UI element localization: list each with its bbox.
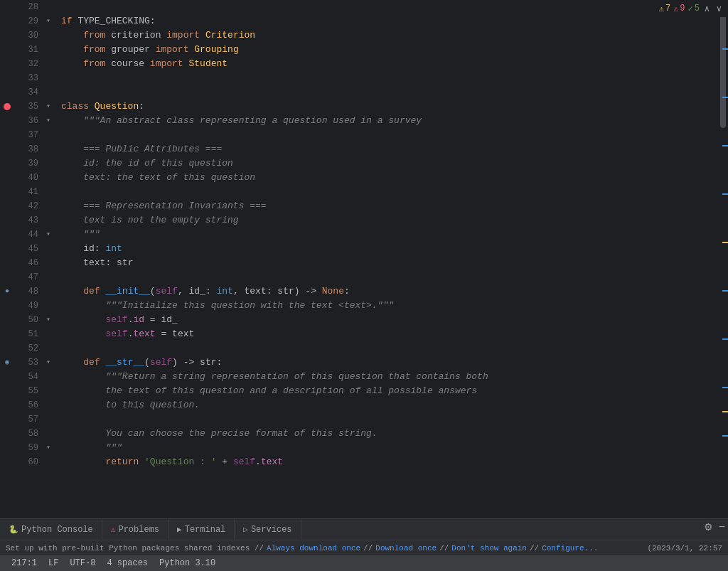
code-line-52[interactable] [61, 341, 718, 356]
code-line-37[interactable] [61, 128, 718, 142]
fold-arrow-33 [44, 71, 53, 85]
left-marker-54 [0, 370, 14, 384]
code-line-47[interactable] [61, 270, 718, 284]
navigate-down-button[interactable]: ∨ [714, 4, 724, 14]
navigate-up-button[interactable]: ∧ [702, 4, 712, 14]
code-line-57[interactable] [61, 412, 718, 427]
code-line-55[interactable]: the text of this question and a descript… [61, 384, 718, 398]
fold-arrow-43 [44, 213, 53, 228]
code-line-50[interactable]: self.id = id_ [61, 313, 718, 327]
code-line-45[interactable]: id: int [61, 242, 718, 256]
fold-arrow-55 [44, 384, 53, 398]
fold-arrow-57 [44, 412, 53, 427]
code-line-48[interactable]: def __init__(self, id_: int, text: str) … [61, 284, 718, 299]
code-line-32[interactable]: from course import Student [61, 57, 718, 71]
fold-arrow-35[interactable]: ▾ [44, 100, 53, 114]
code-editor[interactable]: if TYPE_CHECKING: from criterion import … [58, 0, 718, 518]
code-line-60[interactable]: return 'Question : ' + self.text [61, 455, 718, 469]
left-marker-59 [0, 441, 14, 455]
code-line-43[interactable]: text is not the empty string [61, 213, 718, 228]
ok-badge[interactable]: ✓ 5 [688, 4, 700, 14]
fold-arrow-37 [44, 128, 53, 142]
error-badge[interactable]: ⚠ 9 [673, 4, 685, 14]
left-marker-40 [0, 171, 14, 185]
code-line-34[interactable] [61, 85, 718, 100]
code-line-29[interactable]: if TYPE_CHECKING: [61, 14, 718, 28]
code-line-56[interactable]: to this question. [61, 398, 718, 412]
fold-arrow-58 [44, 427, 53, 441]
download-once-link[interactable]: Download once [375, 544, 437, 553]
problems-tab[interactable]: ⚠ Problems [102, 519, 168, 540]
close-panel-button[interactable]: − [716, 519, 728, 535]
status-encoding[interactable]: UTF-8 [64, 555, 101, 571]
scrollbar-thumb[interactable] [720, 0, 726, 128]
diagnostics-toolbar: ⚠ 7 ⚠ 9 ✓ 5 ∧ ∨ [655, 0, 728, 17]
code-line-42[interactable]: === Representation Invariants === [61, 199, 718, 213]
fold-arrow-54 [44, 370, 53, 384]
services-tab[interactable]: ▷ Services [235, 519, 301, 540]
fold-arrow-49 [44, 299, 53, 313]
code-line-31[interactable]: from grouper import Grouping [61, 43, 718, 57]
line-number-34: 34 [14, 85, 38, 100]
code-folding-gutter: ▾▾▾▾▾▾▾ [44, 0, 58, 518]
code-line-51[interactable]: self.text = text [61, 327, 718, 341]
python-console-tab[interactable]: 🐍 Python Console [0, 519, 102, 540]
code-line-28[interactable] [61, 0, 718, 14]
code-line-35[interactable]: class Question: [61, 100, 718, 114]
settings-gear-button[interactable]: ⚙ [701, 519, 716, 535]
status-indent[interactable]: 4 spaces [101, 555, 154, 571]
minimap-marker [722, 411, 728, 412]
line-number-60: 60 [14, 455, 38, 469]
fold-arrow-29[interactable]: ▾ [44, 14, 53, 28]
status-lf[interactable]: LF [43, 555, 64, 571]
fold-arrow-28 [44, 0, 53, 14]
fold-arrow-59[interactable]: ▾ [44, 441, 53, 455]
left-marker-58 [0, 427, 14, 441]
fold-arrow-48 [44, 284, 53, 299]
fold-arrow-47 [44, 270, 53, 284]
editor-area: ⚠ 7 ⚠ 9 ✓ 5 ∧ ∨ ●◉ 282930313233343536373… [0, 0, 728, 518]
code-line-39[interactable]: id: the id of this question [61, 156, 718, 171]
code-line-33[interactable] [61, 71, 718, 85]
code-line-41[interactable] [61, 185, 718, 199]
warning-badge[interactable]: ⚠ 7 [659, 4, 670, 14]
fold-arrow-44[interactable]: ▾ [44, 228, 53, 242]
code-line-40[interactable]: text: the text of this question [61, 171, 718, 185]
line-number-44: 44 [14, 228, 38, 242]
fold-arrow-40 [44, 171, 53, 185]
code-line-30[interactable]: from criterion import Criterion [61, 28, 718, 43]
fold-arrow-34 [44, 85, 53, 100]
always-download-link[interactable]: Always download once [267, 544, 360, 553]
minimap-marker [722, 193, 728, 195]
line-number-53: 53 [14, 356, 38, 370]
code-line-44[interactable]: """ [61, 228, 718, 242]
dont-show-link[interactable]: Don't show again [451, 544, 527, 553]
code-line-53[interactable]: def __str__(self) -> str: [61, 356, 718, 370]
code-line-49[interactable]: """Initialize this question with the tex… [61, 299, 718, 313]
configure-link[interactable]: Configure... [542, 544, 598, 553]
left-marker-35 [0, 100, 14, 114]
fold-arrow-36[interactable]: ▾ [44, 114, 53, 128]
problems-icon: ⚠ [111, 525, 116, 534]
status-position[interactable]: 217:1 [6, 555, 43, 571]
notification-bar: Set up with pre-built Python packages sh… [0, 540, 728, 555]
line-number-49: 49 [14, 299, 38, 313]
minimap-marker [722, 242, 728, 243]
fold-arrow-53[interactable]: ▾ [44, 356, 53, 370]
code-line-36[interactable]: """An abstract class representing a ques… [61, 114, 718, 128]
code-line-54[interactable]: """Return a string representation of thi… [61, 370, 718, 384]
fold-arrow-50[interactable]: ▾ [44, 313, 53, 327]
code-line-59[interactable]: """ [61, 441, 718, 455]
fold-arrow-30 [44, 28, 53, 43]
left-marker-43 [0, 213, 14, 228]
code-line-38[interactable]: === Public Attributes === [61, 142, 718, 156]
status-python-version[interactable]: Python 3.10 [154, 555, 221, 571]
code-line-46[interactable]: text: str [61, 256, 718, 270]
services-label: Services [251, 525, 292, 535]
minimap-marker [722, 290, 728, 292]
line-number-37: 37 [14, 128, 38, 142]
fold-arrow-39 [44, 156, 53, 171]
scrollbar-track[interactable] [718, 0, 728, 518]
code-line-58[interactable]: You can choose the precise format of thi… [61, 427, 718, 441]
terminal-tab[interactable]: ▶ Terminal [168, 519, 235, 540]
